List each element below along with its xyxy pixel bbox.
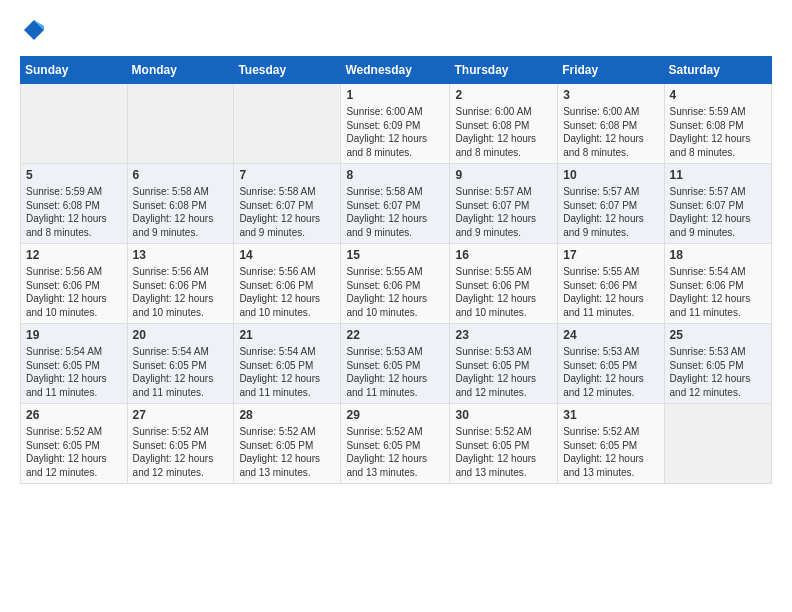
logo — [20, 16, 52, 44]
calendar-cell: 1Sunrise: 6:00 AM Sunset: 6:09 PM Daylig… — [341, 84, 450, 164]
day-number: 31 — [563, 408, 658, 422]
day-header-friday: Friday — [558, 57, 664, 84]
calendar-week-row: 26Sunrise: 5:52 AM Sunset: 6:05 PM Dayli… — [21, 404, 772, 484]
calendar-table: SundayMondayTuesdayWednesdayThursdayFrid… — [20, 56, 772, 484]
calendar-cell: 31Sunrise: 5:52 AM Sunset: 6:05 PM Dayli… — [558, 404, 664, 484]
day-header-wednesday: Wednesday — [341, 57, 450, 84]
calendar-cell: 8Sunrise: 5:58 AM Sunset: 6:07 PM Daylig… — [341, 164, 450, 244]
calendar-cell: 22Sunrise: 5:53 AM Sunset: 6:05 PM Dayli… — [341, 324, 450, 404]
calendar-cell: 2Sunrise: 6:00 AM Sunset: 6:08 PM Daylig… — [450, 84, 558, 164]
cell-content: Sunrise: 5:52 AM Sunset: 6:05 PM Dayligh… — [133, 425, 229, 479]
day-number: 7 — [239, 168, 335, 182]
day-number: 8 — [346, 168, 444, 182]
calendar-cell: 18Sunrise: 5:54 AM Sunset: 6:06 PM Dayli… — [664, 244, 771, 324]
calendar-cell: 13Sunrise: 5:56 AM Sunset: 6:06 PM Dayli… — [127, 244, 234, 324]
cell-content: Sunrise: 6:00 AM Sunset: 6:09 PM Dayligh… — [346, 105, 444, 159]
cell-content: Sunrise: 5:56 AM Sunset: 6:06 PM Dayligh… — [239, 265, 335, 319]
calendar-cell — [127, 84, 234, 164]
cell-content: Sunrise: 5:55 AM Sunset: 6:06 PM Dayligh… — [346, 265, 444, 319]
day-number: 20 — [133, 328, 229, 342]
day-number: 21 — [239, 328, 335, 342]
calendar-cell: 29Sunrise: 5:52 AM Sunset: 6:05 PM Dayli… — [341, 404, 450, 484]
calendar-cell — [234, 84, 341, 164]
day-number: 16 — [455, 248, 552, 262]
day-number: 14 — [239, 248, 335, 262]
calendar-cell: 14Sunrise: 5:56 AM Sunset: 6:06 PM Dayli… — [234, 244, 341, 324]
calendar-cell: 21Sunrise: 5:54 AM Sunset: 6:05 PM Dayli… — [234, 324, 341, 404]
cell-content: Sunrise: 6:00 AM Sunset: 6:08 PM Dayligh… — [563, 105, 658, 159]
cell-content: Sunrise: 5:54 AM Sunset: 6:05 PM Dayligh… — [239, 345, 335, 399]
svg-marker-0 — [24, 20, 44, 40]
day-number: 22 — [346, 328, 444, 342]
logo-icon — [20, 16, 48, 44]
day-number: 24 — [563, 328, 658, 342]
calendar-cell: 7Sunrise: 5:58 AM Sunset: 6:07 PM Daylig… — [234, 164, 341, 244]
day-number: 2 — [455, 88, 552, 102]
header — [20, 16, 772, 44]
cell-content: Sunrise: 5:52 AM Sunset: 6:05 PM Dayligh… — [239, 425, 335, 479]
day-header-sunday: Sunday — [21, 57, 128, 84]
day-number: 4 — [670, 88, 766, 102]
day-number: 25 — [670, 328, 766, 342]
cell-content: Sunrise: 5:58 AM Sunset: 6:07 PM Dayligh… — [239, 185, 335, 239]
day-header-saturday: Saturday — [664, 57, 771, 84]
day-number: 17 — [563, 248, 658, 262]
calendar-cell: 26Sunrise: 5:52 AM Sunset: 6:05 PM Dayli… — [21, 404, 128, 484]
calendar-cell: 15Sunrise: 5:55 AM Sunset: 6:06 PM Dayli… — [341, 244, 450, 324]
day-number: 9 — [455, 168, 552, 182]
cell-content: Sunrise: 5:52 AM Sunset: 6:05 PM Dayligh… — [455, 425, 552, 479]
cell-content: Sunrise: 5:52 AM Sunset: 6:05 PM Dayligh… — [563, 425, 658, 479]
day-number: 5 — [26, 168, 122, 182]
calendar-cell: 23Sunrise: 5:53 AM Sunset: 6:05 PM Dayli… — [450, 324, 558, 404]
calendar-header-row: SundayMondayTuesdayWednesdayThursdayFrid… — [21, 57, 772, 84]
calendar-cell — [664, 404, 771, 484]
cell-content: Sunrise: 5:57 AM Sunset: 6:07 PM Dayligh… — [670, 185, 766, 239]
cell-content: Sunrise: 5:55 AM Sunset: 6:06 PM Dayligh… — [563, 265, 658, 319]
cell-content: Sunrise: 5:57 AM Sunset: 6:07 PM Dayligh… — [563, 185, 658, 239]
calendar-cell: 10Sunrise: 5:57 AM Sunset: 6:07 PM Dayli… — [558, 164, 664, 244]
cell-content: Sunrise: 5:54 AM Sunset: 6:05 PM Dayligh… — [133, 345, 229, 399]
cell-content: Sunrise: 5:56 AM Sunset: 6:06 PM Dayligh… — [133, 265, 229, 319]
cell-content: Sunrise: 5:58 AM Sunset: 6:08 PM Dayligh… — [133, 185, 229, 239]
calendar-cell: 25Sunrise: 5:53 AM Sunset: 6:05 PM Dayli… — [664, 324, 771, 404]
calendar-cell: 3Sunrise: 6:00 AM Sunset: 6:08 PM Daylig… — [558, 84, 664, 164]
cell-content: Sunrise: 6:00 AM Sunset: 6:08 PM Dayligh… — [455, 105, 552, 159]
calendar-cell: 4Sunrise: 5:59 AM Sunset: 6:08 PM Daylig… — [664, 84, 771, 164]
calendar-cell: 28Sunrise: 5:52 AM Sunset: 6:05 PM Dayli… — [234, 404, 341, 484]
cell-content: Sunrise: 5:52 AM Sunset: 6:05 PM Dayligh… — [346, 425, 444, 479]
page: SundayMondayTuesdayWednesdayThursdayFrid… — [0, 0, 792, 500]
day-header-thursday: Thursday — [450, 57, 558, 84]
cell-content: Sunrise: 5:53 AM Sunset: 6:05 PM Dayligh… — [455, 345, 552, 399]
calendar-cell: 20Sunrise: 5:54 AM Sunset: 6:05 PM Dayli… — [127, 324, 234, 404]
cell-content: Sunrise: 5:59 AM Sunset: 6:08 PM Dayligh… — [670, 105, 766, 159]
day-number: 30 — [455, 408, 552, 422]
calendar-cell — [21, 84, 128, 164]
day-number: 11 — [670, 168, 766, 182]
day-number: 18 — [670, 248, 766, 262]
day-header-tuesday: Tuesday — [234, 57, 341, 84]
cell-content: Sunrise: 5:53 AM Sunset: 6:05 PM Dayligh… — [670, 345, 766, 399]
day-number: 12 — [26, 248, 122, 262]
calendar-cell: 24Sunrise: 5:53 AM Sunset: 6:05 PM Dayli… — [558, 324, 664, 404]
cell-content: Sunrise: 5:55 AM Sunset: 6:06 PM Dayligh… — [455, 265, 552, 319]
day-number: 29 — [346, 408, 444, 422]
cell-content: Sunrise: 5:53 AM Sunset: 6:05 PM Dayligh… — [346, 345, 444, 399]
calendar-cell: 17Sunrise: 5:55 AM Sunset: 6:06 PM Dayli… — [558, 244, 664, 324]
cell-content: Sunrise: 5:58 AM Sunset: 6:07 PM Dayligh… — [346, 185, 444, 239]
cell-content: Sunrise: 5:54 AM Sunset: 6:05 PM Dayligh… — [26, 345, 122, 399]
calendar-week-row: 19Sunrise: 5:54 AM Sunset: 6:05 PM Dayli… — [21, 324, 772, 404]
cell-content: Sunrise: 5:57 AM Sunset: 6:07 PM Dayligh… — [455, 185, 552, 239]
calendar-cell: 9Sunrise: 5:57 AM Sunset: 6:07 PM Daylig… — [450, 164, 558, 244]
day-number: 27 — [133, 408, 229, 422]
calendar-cell: 19Sunrise: 5:54 AM Sunset: 6:05 PM Dayli… — [21, 324, 128, 404]
day-number: 28 — [239, 408, 335, 422]
calendar-week-row: 12Sunrise: 5:56 AM Sunset: 6:06 PM Dayli… — [21, 244, 772, 324]
calendar-cell: 16Sunrise: 5:55 AM Sunset: 6:06 PM Dayli… — [450, 244, 558, 324]
cell-content: Sunrise: 5:54 AM Sunset: 6:06 PM Dayligh… — [670, 265, 766, 319]
day-number: 6 — [133, 168, 229, 182]
cell-content: Sunrise: 5:53 AM Sunset: 6:05 PM Dayligh… — [563, 345, 658, 399]
day-number: 15 — [346, 248, 444, 262]
calendar-cell: 30Sunrise: 5:52 AM Sunset: 6:05 PM Dayli… — [450, 404, 558, 484]
day-number: 3 — [563, 88, 658, 102]
day-number: 13 — [133, 248, 229, 262]
